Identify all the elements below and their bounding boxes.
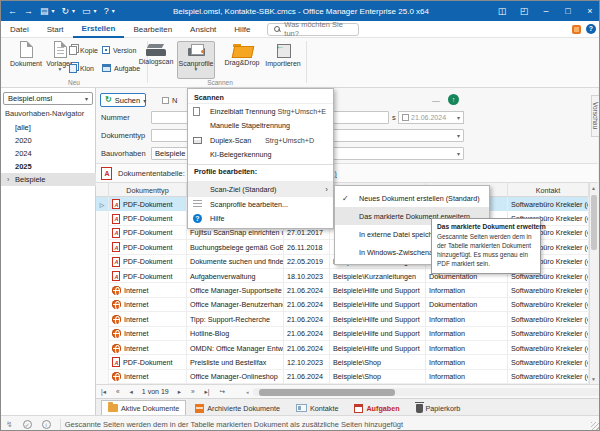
minimize-button[interactable]: – xyxy=(535,1,557,21)
scroll-up-icon[interactable]: ▲ xyxy=(591,185,596,191)
tree-item[interactable]: 2024 xyxy=(1,147,96,160)
version-button[interactable]: Version xyxy=(102,44,136,56)
field-label-nummer: Nummer xyxy=(101,113,130,122)
scrollbar-thumb[interactable] xyxy=(591,195,597,250)
doc-type-icon xyxy=(112,257,120,267)
file-selector-dropdown[interactable]: Beispiel.omsl ▾ xyxy=(3,92,93,105)
menu-item[interactable]: Ansicht xyxy=(181,21,225,38)
menu-item[interactable]: KI-Belegerkennung xyxy=(188,148,333,163)
menu-item[interactable]: Scannen xyxy=(188,91,333,104)
menu-item[interactable]: Start xyxy=(38,21,73,38)
last-page-icon[interactable]: ▸| xyxy=(200,388,215,396)
menu-item[interactable]: Hilfe xyxy=(225,21,259,38)
suchen-button[interactable]: ↻ Suchen ▾ xyxy=(100,93,146,107)
menu-item[interactable]: Einzelblatt Trennung Strg+Umsch+E xyxy=(188,104,333,119)
scroll-left-icon[interactable]: ◂ xyxy=(246,389,249,395)
importieren-button[interactable]: Importieren xyxy=(263,41,303,79)
view-tab[interactable]: Aufgaben xyxy=(347,400,406,415)
tree-item[interactable]: [alle] xyxy=(1,121,96,134)
menu-item[interactable]: Duplex-Scan Strg+Umsch+D xyxy=(188,133,333,148)
expander-icon[interactable]: › xyxy=(7,176,15,183)
scanprofile-button[interactable]: Scanprofile ▾ xyxy=(177,41,215,79)
tell-me-search-input[interactable]: Was möchten Sie tun? xyxy=(267,23,359,36)
refresh-rows-icon[interactable]: ↪ xyxy=(215,388,230,396)
table-row[interactable]: Internet OMDN: Office Manager Entwickler… xyxy=(96,341,589,355)
shortcut-label: Strg+Umsch+E xyxy=(277,107,326,116)
table-title-bar: Dokumententabelle: Such te) xyxy=(96,164,598,183)
notification-icon[interactable] xyxy=(572,25,581,34)
quick-help-icon[interactable]: ? xyxy=(104,6,109,16)
row-marker xyxy=(96,341,109,355)
expand-panel-icon[interactable]: ↑ xyxy=(448,94,459,105)
chevron-down-icon: ▾ xyxy=(85,95,88,102)
table-row[interactable]: Internet Tipp: Support-Recherche 21.06.2… xyxy=(96,312,589,326)
scrollbar-thumb[interactable] xyxy=(259,389,395,396)
dialogscan-button[interactable]: Dialogscan xyxy=(137,41,175,79)
search-option-checkbox[interactable]: N xyxy=(162,96,177,105)
tab-icon xyxy=(108,404,118,412)
kopie-button[interactable]: Kopie xyxy=(69,44,98,56)
scroll-down-icon[interactable]: ▼ xyxy=(591,376,596,382)
new-document-chevron-icon[interactable]: ▾ xyxy=(52,6,55,16)
dragdrop-button[interactable]: Drag&Drop xyxy=(222,41,262,79)
table-vertical-scrollbar[interactable]: ▲ ▼ xyxy=(589,183,598,384)
chevron-down-icon: ▾ xyxy=(457,114,460,121)
doc-type-icon xyxy=(112,228,120,238)
collapse-icon[interactable]: — xyxy=(432,96,440,105)
doc-type-icon xyxy=(112,300,121,309)
import-icon xyxy=(275,43,291,58)
close-button[interactable]: × xyxy=(579,1,600,21)
check-icon: ✓ xyxy=(342,194,349,203)
forward-icon[interactable]: → xyxy=(24,6,33,16)
tab-vorschau[interactable]: Vorschau xyxy=(591,95,600,137)
help-icon[interactable]: ? xyxy=(586,24,596,34)
table-row[interactable]: Internet Hotline-Blog 21.06.2024 Beispie… xyxy=(96,327,589,341)
date-until-field[interactable]: 21.06.2024 ▾ xyxy=(398,111,464,124)
table-row[interactable]: Internet Office Manager-Supportseite 21.… xyxy=(96,283,589,297)
window-extra-icon-a[interactable]: ◫ xyxy=(491,1,513,21)
header-kontakt[interactable]: Kontakt xyxy=(508,183,589,197)
klon-button[interactable]: Klon xyxy=(69,62,94,74)
tree-item[interactable]: 2020 xyxy=(1,134,96,147)
prev-page-icon[interactable]: ◂ xyxy=(125,388,138,396)
refresh-chevron-icon[interactable]: ▾ xyxy=(72,6,75,16)
menu-item[interactable]: Profile bearbeiten: xyxy=(188,164,333,177)
folder-chevron-icon[interactable]: ▾ xyxy=(94,6,97,16)
view-tab[interactable]: Papierkorb xyxy=(409,400,468,415)
menu-item[interactable]: Manuelle Stapeltrennung xyxy=(188,119,333,134)
view-tab[interactable]: Aktive Dokumente xyxy=(101,400,186,415)
menu-item[interactable]: Erstellen xyxy=(73,21,125,38)
back-icon[interactable]: ← xyxy=(8,6,17,16)
next-page-icon[interactable]: ▸ xyxy=(173,388,186,396)
fast-next-icon[interactable]: » xyxy=(186,388,200,395)
resize-grip[interactable] xyxy=(591,422,599,430)
open-folder-icon[interactable]: ▭ xyxy=(82,6,91,16)
menu-item[interactable]: Scanprofile bearbeiten... xyxy=(188,197,333,212)
table-horizontal-scrollbar[interactable]: ◂ ▸ xyxy=(253,388,600,396)
tree-item[interactable]: › Beispiele xyxy=(1,173,96,186)
dokument-button[interactable]: Dokument xyxy=(9,41,43,79)
window-extra-icon-b[interactable]: ◰ xyxy=(513,1,535,21)
view-tab[interactable]: Archivierte Dokumente xyxy=(188,400,287,415)
first-page-icon[interactable]: |◂ xyxy=(96,388,111,396)
table-row[interactable]: Internet Office Manager-Benutzerhandbuch… xyxy=(96,298,589,312)
fast-prev-icon[interactable]: « xyxy=(111,388,125,395)
menu-item[interactable]: Hilfe xyxy=(188,212,333,227)
maximize-button[interactable]: □ xyxy=(557,1,579,21)
row-marker xyxy=(96,312,109,326)
menu-item[interactable]: Scan-Ziel (Standard) › xyxy=(188,181,333,197)
checkbox-icon[interactable] xyxy=(162,97,169,104)
refresh-icon[interactable]: ↻ xyxy=(62,6,70,16)
tree-item[interactable]: 2025 xyxy=(1,160,96,173)
view-tab[interactable]: Kontakte xyxy=(289,400,345,415)
submenu-item[interactable]: ✓ Neues Dokument erstellen (Standard) xyxy=(335,189,489,207)
aufgabe-button[interactable]: Aufgabe xyxy=(102,62,140,74)
quickbar-customize-icon[interactable]: ▾ xyxy=(112,6,115,16)
header-dokumenttyp[interactable]: Dokumenttyp xyxy=(109,183,187,197)
new-document-icon[interactable]: ▤ xyxy=(40,6,49,16)
table-row[interactable]: PDF-Dokument Preisliste und Bestellfax 1… xyxy=(96,355,589,369)
date-checkbox-icon[interactable] xyxy=(402,114,409,121)
table-row[interactable]: Internet Office Manager-Onlineshop 21.06… xyxy=(96,370,589,384)
menu-item[interactable]: Bearbeiten xyxy=(124,21,181,38)
menu-item[interactable]: Datei xyxy=(1,21,38,38)
